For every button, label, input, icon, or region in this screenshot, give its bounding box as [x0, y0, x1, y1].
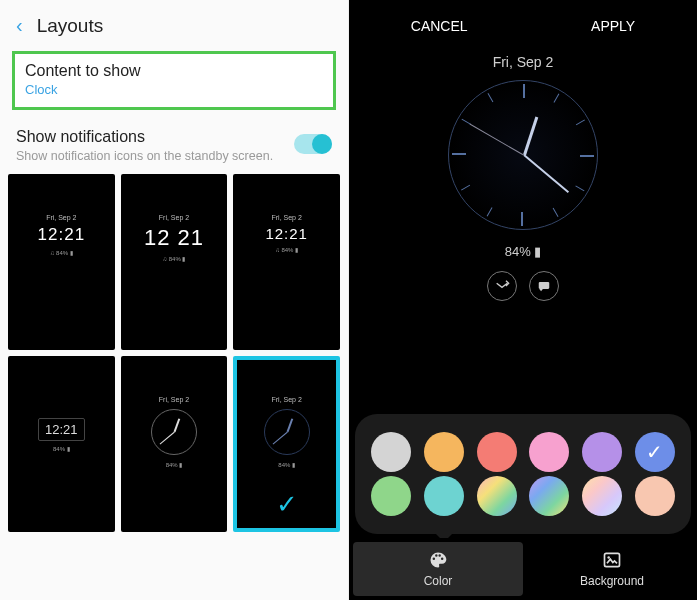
- color-swatch-coral[interactable]: [477, 432, 517, 472]
- show-notifications-row: Show notifications Show notification ico…: [0, 118, 348, 170]
- thumb-meta: 84% ▮: [166, 461, 183, 469]
- color-swatch-green[interactable]: [371, 476, 411, 516]
- color-row: [371, 476, 675, 516]
- layout-thumb-analog-white[interactable]: Fri, Sep 2 84% ▮: [121, 356, 228, 532]
- layout-grid: Fri, Sep 2 12:21 ♫ 84% ▮ Fri, Sep 2 12 2…: [0, 170, 348, 536]
- cancel-button[interactable]: CANCEL: [411, 18, 468, 34]
- editor-header: CANCEL APPLY: [349, 0, 697, 52]
- back-arrow-icon[interactable]: ‹: [16, 14, 23, 37]
- show-notifications-toggle[interactable]: [294, 134, 332, 154]
- color-swatch-teal[interactable]: [424, 476, 464, 516]
- color-swatch-grey[interactable]: [371, 432, 411, 472]
- layout-thumb-digital[interactable]: Fri, Sep 2 12:21 ♫ 84% ▮: [8, 174, 115, 350]
- thumb-date: Fri, Sep 2: [271, 214, 301, 221]
- check-icon: ✓: [276, 489, 298, 520]
- thumb-time: 12 21: [144, 225, 204, 251]
- color-swatch-pastel[interactable]: [582, 476, 622, 516]
- layout-thumb-digital-big[interactable]: Fri, Sep 2 12 21 ♫ 84% ▮: [121, 174, 228, 350]
- thumb-meta: ♫ 84% ▮: [50, 249, 73, 257]
- clock-style-editor: CANCEL APPLY Fri, Sep 2 84% ▮ ✓ Color: [349, 0, 697, 600]
- apply-button[interactable]: APPLY: [591, 18, 635, 34]
- thumb-time: 12:21: [265, 225, 308, 242]
- palette-icon: [428, 550, 448, 570]
- color-swatch-rainbow1[interactable]: [477, 476, 517, 516]
- check-icon: ✓: [646, 440, 663, 464]
- thumb-meta: ♫ 84% ▮: [163, 255, 186, 263]
- content-to-show-value: Clock: [25, 82, 323, 97]
- page-title: Layouts: [37, 15, 104, 37]
- analog-clock-preview: [448, 80, 598, 230]
- color-swatch-purple[interactable]: [582, 432, 622, 472]
- tab-background-label: Background: [580, 574, 644, 588]
- color-swatch-orange[interactable]: [424, 432, 464, 472]
- analog-clock-icon: [264, 409, 310, 455]
- header: ‹ Layouts: [0, 0, 348, 47]
- bottom-tabs: Color Background: [349, 538, 697, 600]
- thumb-time: 12:21: [38, 418, 85, 441]
- thumb-date: Fri, Sep 2: [159, 396, 189, 403]
- svg-rect-0: [539, 282, 550, 289]
- thumb-date: Fri, Sep 2: [159, 214, 189, 221]
- content-to-show-title: Content to show: [25, 62, 323, 80]
- thumb-time: 12:21: [38, 225, 86, 245]
- thumb-date: Fri, Sep 2: [271, 396, 301, 403]
- preview-date: Fri, Sep 2: [493, 54, 554, 70]
- thumb-meta: 84% ▮: [53, 445, 70, 453]
- color-swatch-peach[interactable]: [635, 476, 675, 516]
- thumb-date: Fri, Sep 2: [46, 214, 76, 221]
- color-swatch-pink[interactable]: [529, 432, 569, 472]
- clock-preview: Fri, Sep 2 84% ▮: [349, 52, 697, 301]
- color-picker-popup: ✓: [355, 414, 691, 534]
- content-to-show-row[interactable]: Content to show Clock: [12, 51, 336, 110]
- thumb-meta: ♫ 84% ▮: [275, 246, 298, 254]
- svg-point-2: [607, 556, 610, 559]
- tab-color[interactable]: Color: [353, 542, 523, 596]
- tab-background[interactable]: Background: [527, 538, 697, 600]
- color-row: ✓: [371, 432, 675, 472]
- tab-color-label: Color: [424, 574, 453, 588]
- show-notifications-title: Show notifications: [16, 128, 278, 146]
- missed-call-icon[interactable]: [487, 271, 517, 301]
- show-notifications-subtitle: Show notification icons on the standby s…: [16, 148, 278, 164]
- message-icon[interactable]: [529, 271, 559, 301]
- thumb-meta: 84% ▮: [278, 461, 295, 469]
- analog-clock-icon: [151, 409, 197, 455]
- color-swatch-rainbow2[interactable]: [529, 476, 569, 516]
- notification-icons: [487, 271, 559, 301]
- layout-thumb-digital-box[interactable]: 12:21 84% ▮: [8, 356, 115, 532]
- layout-thumb-analog-blue[interactable]: Fri, Sep 2 84% ▮ ✓: [233, 356, 340, 532]
- layouts-settings-panel: ‹ Layouts Content to show Clock Show not…: [0, 0, 349, 600]
- color-swatch-blue[interactable]: ✓: [635, 432, 675, 472]
- image-icon: [602, 550, 622, 570]
- layout-thumb-digital-alt[interactable]: Fri, Sep 2 12:21 ♫ 84% ▮: [233, 174, 340, 350]
- battery-status: 84% ▮: [505, 244, 542, 259]
